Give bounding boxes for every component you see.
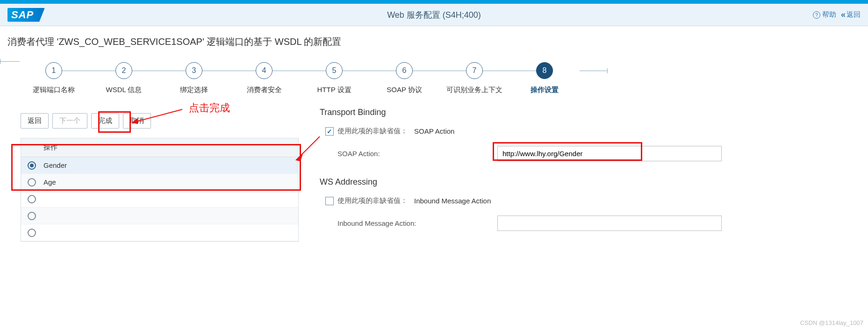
wizard-trail-line <box>580 71 608 71</box>
step-circle: 8 <box>536 62 553 79</box>
table-row[interactable]: Age <box>21 174 298 191</box>
inbound-non-default-checkbox[interactable] <box>325 197 334 205</box>
step-label: 消费者安全 <box>247 86 282 94</box>
table-header: 操作 <box>21 138 298 157</box>
wizard-step-2[interactable]: 2WSDL 信息 <box>89 62 159 94</box>
back-button[interactable]: 返回 <box>21 113 49 129</box>
header-title: Web 服务配置 (S4H;400) <box>387 9 481 21</box>
non-default-label: 使用此项的非缺省值： <box>337 127 408 136</box>
step-connector <box>343 71 396 71</box>
wizard-lead-line <box>0 61 20 62</box>
soap-non-default-row: ✓ 使用此项的非缺省值： SOAP Action <box>320 127 851 136</box>
wizard-step-7[interactable]: 7可识别业务上下文 <box>439 62 509 94</box>
soap-action-label: SOAP Action: <box>337 150 380 158</box>
table-row[interactable]: Gender <box>21 157 298 174</box>
table-row[interactable] <box>21 191 298 208</box>
header-actions: ? 帮助 « 返回 <box>813 10 861 20</box>
radio-button[interactable] <box>28 229 36 237</box>
top-accent-bar <box>0 0 868 4</box>
step-circle: 7 <box>466 62 483 79</box>
step-connector <box>413 71 466 71</box>
help-icon: ? <box>813 11 820 19</box>
step-label: 绑定选择 <box>180 86 208 94</box>
step-circle: 1 <box>45 62 62 79</box>
cancel-button[interactable]: 取消 <box>123 113 151 129</box>
step-label: SOAP 协议 <box>387 86 422 94</box>
wizard-step-5[interactable]: 5HTTP 设置 <box>299 62 369 94</box>
svg-line-2 <box>296 137 320 160</box>
left-panel: 返回 下一个 完成 取消 操作 GenderAge 点击完成 <box>21 99 301 242</box>
table-row[interactable] <box>21 224 298 241</box>
wizard-step-1[interactable]: 1逻辑端口名称 <box>19 62 89 94</box>
step-circle: 4 <box>256 62 273 79</box>
operations-table: 操作 GenderAge <box>21 138 299 242</box>
step-label: WSDL 信息 <box>106 86 142 94</box>
table-row[interactable] <box>21 208 298 224</box>
wizard-step-3[interactable]: 3绑定选择 <box>159 62 229 94</box>
row-label: Gender <box>43 161 67 169</box>
page-title: 消费者代理 'ZWS_CO_WEB_SERVICE1SOAP' 逻辑端口的基于 … <box>0 26 868 53</box>
button-row: 返回 下一个 完成 取消 <box>21 113 301 129</box>
content-area: 返回 下一个 完成 取消 操作 GenderAge 点击完成 Transport… <box>0 99 868 242</box>
wizard-step-4[interactable]: 4消费者安全 <box>229 62 299 94</box>
inbound-action-input[interactable] <box>497 216 722 231</box>
step-label: 操作设置 <box>531 86 559 94</box>
step-connector <box>483 71 536 71</box>
step-connector <box>132 71 186 71</box>
radio-button[interactable] <box>28 178 36 187</box>
inbound-non-default-row: 使用此项的非缺省值： Inbound Message Action <box>320 196 851 205</box>
right-panel: Transport Binding ✓ 使用此项的非缺省值： SOAP Acti… <box>320 99 861 242</box>
row-label: Age <box>43 178 56 186</box>
wizard-steps: 1逻辑端口名称2WSDL 信息3绑定选择4消费者安全5HTTP 设置6SOAP … <box>0 53 868 99</box>
radio-button[interactable] <box>28 212 36 220</box>
step-label: 可识别业务上下文 <box>446 86 502 94</box>
step-connector <box>202 71 256 71</box>
back-link[interactable]: « 返回 <box>841 10 861 20</box>
app-header: SAP Web 服务配置 (S4H;400) ? 帮助 « 返回 <box>0 4 868 26</box>
step-connector <box>273 71 326 71</box>
radio-button[interactable] <box>28 161 36 170</box>
sap-logo: SAP <box>7 8 45 22</box>
non-default-label-2: 使用此项的非缺省值： <box>337 196 408 205</box>
step-circle: 2 <box>115 62 132 79</box>
step-circle: 5 <box>326 62 343 79</box>
radio-button[interactable] <box>28 195 36 203</box>
step-circle: 6 <box>396 62 413 79</box>
ws-addressing-title: WS Addressing <box>320 177 851 187</box>
wizard-step-6[interactable]: 6SOAP 协议 <box>369 62 439 94</box>
step-label: HTTP 设置 <box>317 86 351 94</box>
finish-button[interactable]: 完成 <box>91 113 119 129</box>
step-connector <box>62 71 115 71</box>
help-label: 帮助 <box>822 10 836 19</box>
transport-binding-title: Transport Binding <box>320 108 851 117</box>
chevron-left-double-icon: « <box>841 10 846 20</box>
back-label: 返回 <box>846 10 861 19</box>
wizard-step-8[interactable]: 8操作设置 <box>509 62 580 94</box>
inbound-action-name: Inbound Message Action <box>414 197 491 205</box>
help-link[interactable]: ? 帮助 <box>813 10 836 19</box>
soap-non-default-checkbox[interactable]: ✓ <box>325 127 334 136</box>
soap-action-name: SOAP Action <box>414 127 454 135</box>
next-button: 下一个 <box>52 113 87 129</box>
inbound-action-label: Inbound Message Action: <box>337 219 416 227</box>
step-circle: 3 <box>186 62 202 79</box>
soap-action-input[interactable] <box>497 146 722 161</box>
step-label: 逻辑端口名称 <box>33 86 75 94</box>
